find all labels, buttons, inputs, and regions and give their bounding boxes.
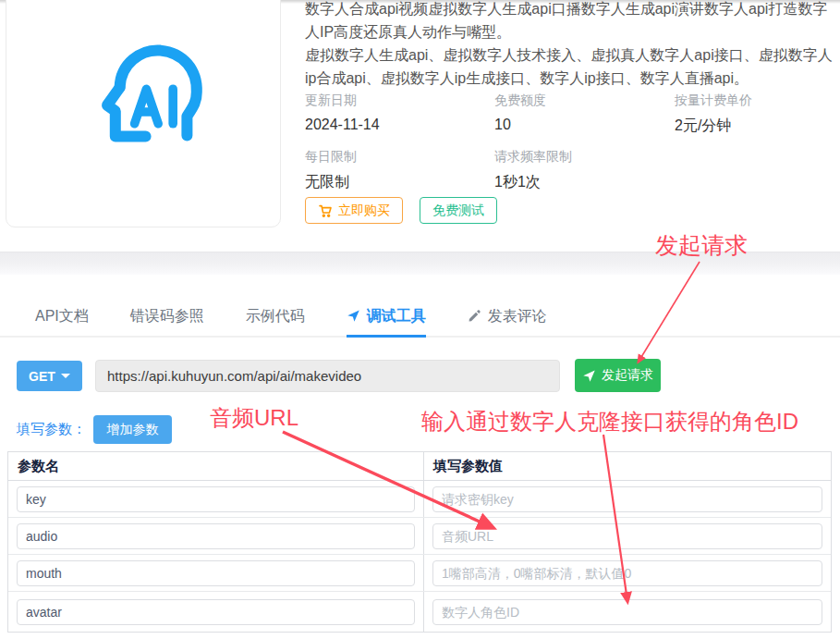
tab-api-docs[interactable]: API文档: [35, 305, 89, 338]
tab-label: 错误码参照: [130, 307, 204, 326]
param-name-input[interactable]: [17, 523, 415, 549]
params-table: 参数名 填写参数值: [7, 451, 832, 633]
method-dropdown[interactable]: GET: [17, 361, 82, 391]
send-icon: [582, 369, 596, 383]
description-line: 数字人合成api视频虚拟数字人生成api口播数字人生成api演讲数字人api打造…: [305, 0, 835, 43]
free-test-label: 免费测试: [432, 203, 484, 219]
tab-label: 发表评论: [488, 307, 547, 326]
description-line: 虚拟数字人生成api、虚拟数字人技术接入、虚拟真人数字人api接口、虚拟数字人i…: [305, 43, 835, 90]
method-label: GET: [29, 369, 55, 384]
send-request-button[interactable]: 发起请求: [575, 359, 661, 392]
header-param-value: 填写参数值: [424, 452, 831, 480]
stat-update-date: 更新日期 2024-11-14: [305, 92, 494, 136]
chevron-down-icon: [61, 374, 70, 378]
table-row-key: [8, 481, 831, 518]
fill-params-label: 填写参数：: [17, 421, 86, 438]
pencil-icon: [468, 309, 481, 323]
tab-label: 调试工具: [367, 307, 426, 326]
annotation-role-id: 输入通过数字人克隆接口获得的角色ID: [421, 407, 798, 436]
stat-daily-limit: 每日限制 无限制: [305, 149, 494, 192]
param-value-input[interactable]: [432, 486, 822, 512]
cart-icon: [318, 203, 333, 218]
param-name-input[interactable]: [17, 560, 415, 586]
param-name-input[interactable]: [17, 599, 415, 625]
stat-rate-limit: 请求频率限制 1秒1次: [494, 149, 675, 192]
send-icon: [347, 309, 360, 323]
param-value-input[interactable]: [432, 599, 822, 625]
product-stats: 更新日期 2024-11-14 免费额度 10 按量计费单价 2元/分钟 每日限…: [305, 92, 822, 205]
params-table-header: 参数名 填写参数值: [8, 452, 831, 481]
buy-now-label: 立即购买: [338, 203, 390, 219]
product-description: 数字人合成api视频虚拟数字人生成api口播数字人生成api演讲数字人api打造…: [305, 0, 835, 90]
buy-now-button[interactable]: 立即购买: [305, 197, 403, 224]
tab-label: API文档: [35, 307, 89, 326]
ai-head-logo-icon: [69, 27, 219, 175]
request-url-input[interactable]: [95, 360, 560, 392]
param-value-input[interactable]: [432, 560, 822, 586]
free-test-button[interactable]: 免费测试: [420, 197, 497, 224]
tab-error-codes[interactable]: 错误码参照: [130, 305, 204, 338]
header-param-name: 参数名: [8, 452, 424, 480]
stat-unit-price: 按量计费单价 2元/分钟: [675, 92, 822, 136]
annotation-send-request: 发起请求: [655, 230, 748, 261]
tab-sample-code[interactable]: 示例代码: [246, 305, 305, 338]
table-row-avatar: [8, 592, 831, 632]
table-row-audio: [8, 518, 831, 555]
product-logo-card: [6, 0, 281, 227]
tab-label: 示例代码: [246, 307, 305, 326]
send-request-label: 发起请求: [602, 367, 653, 384]
table-row-mouth: [8, 555, 831, 592]
stat-free-quota: 免费额度 10: [494, 92, 675, 136]
action-buttons: 立即购买 免费测试: [305, 197, 497, 224]
add-param-button[interactable]: 增加参数: [93, 415, 172, 444]
annotation-audio-url: 音频URL: [210, 403, 298, 433]
param-name-input[interactable]: [17, 486, 415, 512]
param-value-input[interactable]: [432, 523, 822, 549]
tab-debug-tool[interactable]: 调试工具: [347, 305, 426, 338]
tab-bar: API文档 错误码参照 示例代码 调试工具 发表评论: [0, 305, 840, 338]
tab-post-comment[interactable]: 发表评论: [468, 305, 547, 338]
